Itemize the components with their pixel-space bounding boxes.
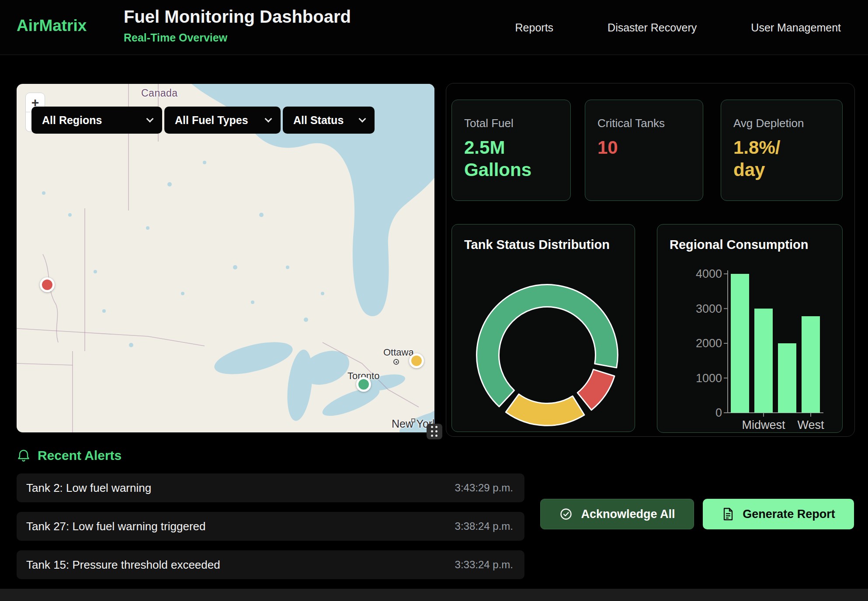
- tank-marker-warning[interactable]: [409, 353, 424, 368]
- regional-consumption-card: Regional Consumption 01000200030004000Mi…: [657, 224, 843, 433]
- header: AirMatrix Fuel Monitoring Dashboard Real…: [0, 0, 868, 55]
- acknowledge-all-button[interactable]: Acknowledge All: [540, 499, 694, 529]
- stat-value: 10: [597, 136, 691, 159]
- fuel-type-filter-value: All Fuel Types: [175, 114, 248, 127]
- regional-consumption-bar-chart: 01000200030004000MidwestWest: [657, 225, 843, 433]
- footer-bar: [0, 589, 868, 601]
- alert-message: Tank 27: Low fuel warning triggered: [26, 520, 205, 533]
- bell-icon: [17, 449, 31, 463]
- ottawa-city-dot-icon: [393, 359, 399, 365]
- status-filter-value: All Status: [293, 114, 344, 127]
- tank-marker-critical[interactable]: [40, 277, 55, 292]
- alert-message: Tank 15: Pressure threshold exceeded: [26, 558, 220, 572]
- stat-label: Total Fuel: [464, 117, 559, 130]
- stat-card-total-fuel: Total Fuel 2.5MGallons: [451, 100, 571, 201]
- recent-alerts-heading: Recent Alerts: [17, 448, 122, 463]
- map-label-canada: Canada: [141, 87, 178, 99]
- svg-text:4000: 4000: [696, 267, 722, 280]
- stat-card-avg-depletion: Avg Depletion 1.8%/day: [721, 100, 843, 201]
- tank-marker-normal[interactable]: [356, 377, 371, 392]
- chevron-down-icon: [146, 115, 154, 123]
- fuel-map[interactable]: Canada Ottawa Toronto New York + − All R…: [17, 84, 434, 432]
- nav-user-management[interactable]: User Management: [751, 21, 841, 34]
- top-nav: Reports Disaster Recovery User Managemen…: [515, 0, 841, 55]
- new-york-city-marker-icon: [411, 418, 415, 422]
- chevron-down-icon: [359, 115, 366, 123]
- document-icon: [722, 507, 735, 521]
- svg-text:1000: 1000: [696, 372, 722, 385]
- svg-text:West: West: [797, 418, 824, 432]
- alert-timestamp: 3:33:24 p.m.: [455, 559, 513, 571]
- svg-text:2000: 2000: [696, 337, 722, 350]
- svg-text:3000: 3000: [696, 302, 722, 315]
- stat-label: Critical Tanks: [597, 117, 691, 130]
- alert-timestamp: 3:43:29 p.m.: [455, 482, 513, 494]
- stat-label: Avg Depletion: [733, 117, 831, 130]
- alert-row: Tank 27: Low fuel warning triggered 3:38…: [17, 512, 524, 541]
- acknowledge-all-label: Acknowledge All: [581, 508, 675, 521]
- alert-row: Tank 15: Pressure threshold exceeded 3:3…: [17, 550, 524, 579]
- fuel-type-filter-dropdown[interactable]: All Fuel Types: [164, 107, 281, 134]
- chevron-down-icon: [265, 115, 272, 123]
- nav-disaster-recovery[interactable]: Disaster Recovery: [608, 21, 697, 34]
- recent-alerts-title: Recent Alerts: [38, 448, 122, 463]
- check-circle-icon: [559, 507, 573, 521]
- brand-logo: AirMatrix: [17, 17, 87, 35]
- status-filter-dropdown[interactable]: All Status: [283, 107, 375, 134]
- page-subtitle: Real-Time Overview: [124, 31, 227, 44]
- generate-report-button[interactable]: Generate Report: [703, 499, 854, 529]
- svg-text:0: 0: [715, 406, 722, 419]
- tank-status-card: Tank Status Distribution: [451, 224, 635, 432]
- alert-message: Tank 2: Low fuel warning: [26, 481, 151, 495]
- map-label-ottawa: Ottawa: [383, 347, 414, 358]
- tank-status-donut-chart: [469, 278, 626, 432]
- region-filter-value: All Regions: [42, 114, 102, 127]
- stat-value: 2.5MGallons: [464, 136, 559, 181]
- region-filter-dropdown[interactable]: All Regions: [31, 107, 162, 134]
- alert-timestamp: 3:38:24 p.m.: [455, 520, 513, 532]
- stat-card-critical-tanks: Critical Tanks 10: [585, 100, 703, 201]
- map-resize-handle[interactable]: [427, 424, 442, 439]
- overview-panel: Total Fuel 2.5MGallons Critical Tanks 10…: [446, 83, 855, 437]
- generate-report-label: Generate Report: [743, 508, 835, 521]
- map-filter-bar: All Regions All Fuel Types All Status: [31, 107, 375, 134]
- stat-value: 1.8%/day: [733, 136, 831, 181]
- donut-chart-title: Tank Status Distribution: [464, 238, 610, 252]
- svg-text:Midwest: Midwest: [742, 418, 785, 432]
- nav-reports[interactable]: Reports: [515, 21, 554, 34]
- alert-row: Tank 2: Low fuel warning 3:43:29 p.m.: [17, 473, 524, 502]
- page-title: Fuel Monitoring Dashboard: [124, 7, 351, 27]
